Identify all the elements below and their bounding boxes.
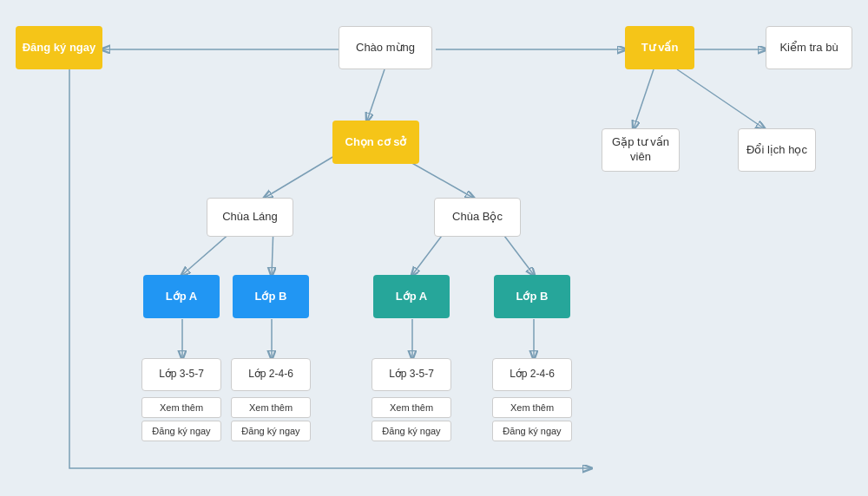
schedule-a-lang-node: Lớp 3-5-7 xyxy=(141,358,221,391)
diagram: Đăng ký ngay Chào mừng Tư vấn Kiểm tra b… xyxy=(0,0,868,496)
lop-b-boc-node[interactable]: Lớp B xyxy=(494,275,570,318)
xem-them-3-button[interactable]: Xem thêm xyxy=(372,397,451,418)
svg-line-6 xyxy=(265,151,343,198)
svg-line-3 xyxy=(634,69,654,128)
schedule-a-boc-node: Lớp 3-5-7 xyxy=(372,358,451,391)
chua-boc-node: Chùa Bộc xyxy=(434,198,521,237)
svg-line-5 xyxy=(367,69,385,121)
action-group-a-lang: Xem thêm Đăng ký ngay xyxy=(141,397,221,441)
dang-ky-2-button[interactable]: Đăng ký ngay xyxy=(231,421,311,441)
chao-mung-node: Chào mừng xyxy=(339,26,432,69)
dang-ky-4-button[interactable]: Đăng ký ngay xyxy=(492,421,572,441)
lop-a-boc-node[interactable]: Lớp A xyxy=(373,275,450,318)
tu-van-node[interactable]: Tư vấn xyxy=(625,26,694,69)
action-group-b-lang: Xem thêm Đăng ký ngay xyxy=(231,397,311,441)
dang-ky-ngay-node[interactable]: Đăng ký ngay xyxy=(16,26,102,69)
chon-co-so-node[interactable]: Chọn cơ sở xyxy=(332,121,419,164)
kiem-tra-bu-node: Kiểm tra bù xyxy=(766,26,852,69)
dang-ky-1-button[interactable]: Đăng ký ngay xyxy=(141,421,221,441)
schedule-b-lang-node: Lớp 2-4-6 xyxy=(231,358,311,391)
gap-tu-van-vien-node: Gặp tư vấn viên xyxy=(602,128,680,172)
svg-line-4 xyxy=(677,69,764,128)
schedule-b-boc-node: Lớp 2-4-6 xyxy=(492,358,572,391)
xem-them-2-button[interactable]: Xem thêm xyxy=(231,397,311,418)
lop-b-lang-node[interactable]: Lớp B xyxy=(233,275,309,318)
xem-them-1-button[interactable]: Xem thêm xyxy=(141,397,221,418)
action-group-b-boc: Xem thêm Đăng ký ngay xyxy=(492,397,572,441)
lop-a-lang-node[interactable]: Lớp A xyxy=(143,275,220,318)
chua-lang-node: Chùa Láng xyxy=(207,198,293,237)
dang-ky-3-button[interactable]: Đăng ký ngay xyxy=(372,421,451,441)
action-group-a-boc: Xem thêm Đăng ký ngay xyxy=(372,397,451,441)
xem-them-4-button[interactable]: Xem thêm xyxy=(492,397,572,418)
doi-lich-hoc-node: Đổi lịch học xyxy=(738,128,816,172)
